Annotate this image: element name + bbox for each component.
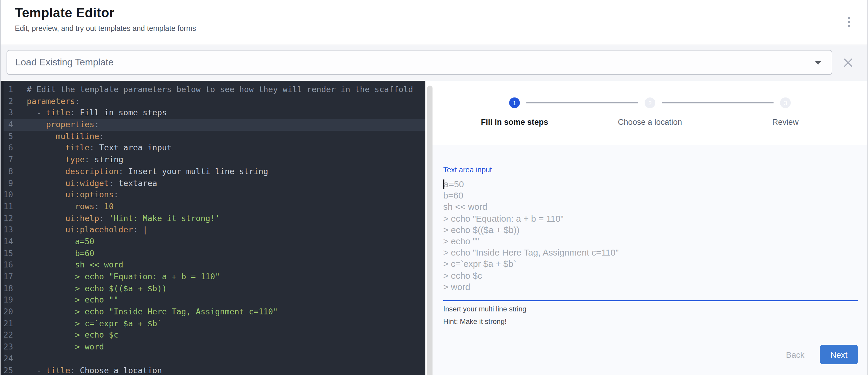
code-line[interactable]: 21 > c=`expr $a + $b` [1,318,425,330]
code-line[interactable]: 24 [1,353,425,365]
textarea-placeholder-line: > c=`expr $a + $b` [443,258,858,270]
code-line[interactable]: 25 - title: Choose a location [1,365,425,375]
more-options-button[interactable] [845,15,853,29]
step-number-badge: 2 [645,97,655,108]
code-line[interactable]: 20 > echo "Inside Here Tag, Assignment c… [1,306,425,318]
step-label: Fill in some steps [481,117,548,126]
stepper-step: 3Review [718,97,853,126]
code-text: ui:options: [27,189,119,200]
textarea-placeholder-line: > echo "" [443,235,858,247]
step-number-badge: 1 [509,97,520,108]
template-editor-page: Template Editor Edit, preview, and try o… [0,0,868,375]
code-line[interactable]: 10 ui:options: [1,189,425,200]
editor-scrollbar-track [425,81,433,375]
close-icon [843,58,853,68]
field-hint: Hint: Make it strong! [443,317,858,326]
textarea-placeholder-line: b=60 [443,190,858,201]
code-text: - title: Fill in some steps [27,107,167,119]
code-line[interactable]: 4 properties: [1,119,425,130]
code-line[interactable]: 14 a=50 [1,236,425,248]
template-preview-panel: 1Fill in some steps2Choose a location3Re… [433,81,867,375]
next-button[interactable]: Next [820,345,858,364]
code-line[interactable]: 1# Edit the template parameters below to… [1,84,425,95]
code-line[interactable]: 11 rows: 10 [1,201,425,213]
code-text: ui:widget: textarea [27,178,157,189]
page-header: Template Editor Edit, preview, and try o… [1,0,867,45]
editor-lines: 1# Edit the template parameters below to… [1,84,425,375]
field-description: Insert your multi line string [443,305,858,313]
code-text: parameters: [27,95,80,107]
code-line[interactable]: 17 > echo "Equation: a + b = 110" [1,271,425,283]
textarea-placeholder-line: > echo "Inside Here Tag, Assignment c=11… [443,247,858,258]
code-line[interactable]: 13 ui:placeholder: | [1,224,425,236]
code-text: ui:help: 'Hint: Make it strong!' [27,213,220,224]
code-line[interactable]: 23 > word [1,341,425,353]
code-text: > echo $c [27,330,119,341]
page-subtitle: Edit, preview, and try out templates and… [15,24,196,33]
textarea-placeholder-line: > word [443,281,858,292]
code-line[interactable]: 15 b=60 [1,248,425,259]
code-text: # Edit the template parameters below to … [27,84,413,95]
code-line[interactable]: 3 - title: Fill in some steps [1,107,425,119]
yaml-code-editor[interactable]: 1# Edit the template parameters below to… [1,81,425,375]
load-template-row: Load Existing Template [1,45,867,81]
code-text: rows: 10 [27,201,114,213]
textarea-field-label: Text area input [443,166,858,174]
step-form: Text area input a=50b=60sh << word> echo… [433,145,867,375]
clear-selection-button[interactable] [843,58,853,68]
code-text: multiline: [27,131,104,142]
kebab-dot [848,25,850,26]
code-text: title: Text area input [27,142,172,154]
code-line[interactable]: 8 description: Insert your multi line st… [1,166,425,178]
code-line[interactable]: 16 sh << word [1,259,425,271]
step-label: Choose a location [618,117,682,126]
code-line[interactable]: 9 ui:widget: textarea [1,178,425,189]
wizard-stepper: 1Fill in some steps2Choose a location3Re… [433,97,867,126]
code-text: a=50 [27,236,94,248]
code-line[interactable]: 19 > echo "" [1,294,425,306]
code-line[interactable]: 22 > echo $c [1,330,425,341]
code-text: - title: Choose a location [27,365,162,375]
editor-scrollbar-thumb[interactable] [427,86,432,375]
code-text: properties: [27,119,99,130]
code-text: > echo "" [27,294,119,306]
code-line[interactable]: 18 > echo $(($a + $b)) [1,283,425,294]
editor-gutter-strip [1,81,4,375]
kebab-dot [848,21,850,23]
code-text: > echo "Inside Here Tag, Assignment c=11… [27,306,278,318]
code-line[interactable]: 6 title: Text area input [1,142,425,154]
code-text: > echo $(($a + $b)) [27,283,167,294]
stepper-step: 1Fill in some steps [447,97,582,126]
back-button[interactable]: Back [786,350,804,359]
multiline-textarea[interactable]: a=50b=60sh << word> echo "Equation: a + … [443,178,858,292]
code-text: > word [27,341,104,353]
code-text: > c=`expr $a + $b` [27,318,162,330]
code-line[interactable]: 2parameters: [1,95,425,107]
textarea-placeholder-line: a=50 [443,178,858,190]
form-actions: Back Next [786,345,858,364]
textarea-placeholder-line: > echo "Equation: a + b = 110" [443,213,858,224]
code-text: description: Insert your multi line stri… [27,166,268,178]
code-line[interactable]: 7 type: string [1,154,425,165]
code-line[interactable]: 12 ui:help: 'Hint: Make it strong!' [1,213,425,224]
stepper-step: 2Choose a location [582,97,718,126]
page-title: Template Editor [15,5,114,21]
code-text: ui:placeholder: | [27,224,147,236]
main-split: 1# Edit the template parameters below to… [1,81,867,375]
step-number-badge: 3 [780,97,791,108]
textarea-placeholder-line: sh << word [443,201,858,213]
textarea-placeholder-line: > echo $c [443,270,858,281]
kebab-dot [848,17,850,19]
code-text: b=60 [27,248,94,259]
textarea-focus-underline [443,300,858,301]
select-placeholder: Load Existing Template [16,57,114,68]
step-label: Review [772,117,799,126]
load-existing-template-select[interactable]: Load Existing Template [6,50,832,75]
chevron-down-icon [815,61,821,65]
code-line[interactable]: 5 multiline: [1,131,425,142]
code-text: > echo "Equation: a + b = 110" [27,271,220,283]
code-text: type: string [27,154,123,165]
code-text: sh << word [27,259,123,271]
text-cursor [443,180,444,189]
textarea-placeholder-line: > echo $(($a + $b)) [443,224,858,235]
